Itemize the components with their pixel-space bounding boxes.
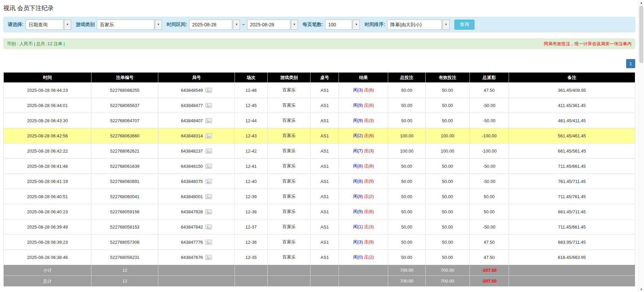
date-from-field[interactable]: 2025-08-28 bbox=[189, 20, 232, 30]
cell-total-bet[interactable]: 50.00 bbox=[388, 204, 425, 219]
column-header: 场次 bbox=[235, 73, 267, 83]
page-size-select[interactable]: 100 ▼ bbox=[325, 20, 360, 30]
image-preview-icon[interactable] bbox=[205, 209, 212, 214]
image-preview-icon[interactable] bbox=[205, 88, 212, 93]
sort-order-select[interactable]: 降幂(由大到小) ▼ bbox=[387, 20, 450, 30]
betting-records-table: 时间注单编号局号场次游戏类别桌号结果总投注有效投注总派彩备注 2025-08-2… bbox=[3, 72, 635, 287]
cell-valid-bet: 50.00 bbox=[425, 174, 469, 189]
player-result: 闲(8) bbox=[353, 163, 363, 168]
cell-remark: 761.45/711.45 bbox=[509, 174, 635, 189]
cell-payout: -50.00 bbox=[469, 159, 509, 174]
page-button[interactable]: 1 bbox=[626, 59, 635, 68]
page-size-value[interactable]: 100 bbox=[325, 20, 352, 30]
cell-round-id: 643848237 bbox=[158, 143, 235, 159]
cell-game-type: 百家乐 bbox=[268, 189, 311, 204]
caret-down-icon[interactable]: ▼ bbox=[233, 20, 240, 30]
cell-payout: 47.50 bbox=[469, 235, 509, 250]
image-preview-icon[interactable] bbox=[205, 118, 212, 123]
banker-result: 庄(2) bbox=[364, 255, 374, 260]
sort-order-value[interactable]: 降幂(由大到小) bbox=[387, 20, 442, 30]
image-preview-icon[interactable] bbox=[205, 149, 212, 154]
game-type-value[interactable]: 百家乐 bbox=[97, 20, 154, 30]
summary-empty bbox=[235, 265, 267, 276]
vertical-scrollbar[interactable]: ▲ ▼ bbox=[638, 0, 644, 292]
scroll-down-arrow-icon[interactable]: ▼ bbox=[639, 287, 644, 292]
player-result: 闲(9) bbox=[353, 103, 363, 108]
table-row: 2025-08-28 06:41:48522768061639643848150… bbox=[4, 159, 635, 174]
cell-table-no: AS1 bbox=[311, 235, 339, 250]
cell-table-no: AS1 bbox=[311, 174, 339, 189]
cell-round-id: 643848549 bbox=[158, 83, 235, 98]
caret-down-icon[interactable]: ▼ bbox=[442, 20, 450, 30]
cell-round-id: 643848314 bbox=[158, 128, 235, 143]
round-number: 643847928 bbox=[181, 209, 203, 214]
valid-bet-note: 同局有效投注，统一计算在该局第一张注单内 bbox=[544, 41, 632, 47]
cell-valid-bet: 50.00 bbox=[425, 204, 469, 219]
round-number: 643848314 bbox=[181, 133, 203, 138]
cell-time: 2025-08-28 06:43:30 bbox=[4, 113, 91, 128]
image-preview-icon[interactable] bbox=[205, 194, 212, 199]
image-preview-icon[interactable] bbox=[205, 255, 212, 260]
caret-down-icon[interactable]: ▼ bbox=[64, 20, 71, 30]
date-from-picker[interactable]: 2025-08-28 ▼ bbox=[189, 20, 240, 30]
table-row: 2025-08-28 06:39:23522768057306643847776… bbox=[4, 235, 635, 250]
image-preview-icon[interactable] bbox=[205, 179, 212, 184]
column-header: 有效投注 bbox=[425, 73, 469, 83]
table-row: 2025-08-28 06:42:22522768062621643848237… bbox=[4, 143, 635, 159]
image-preview-icon[interactable] bbox=[205, 224, 212, 230]
cell-session: 12-38 bbox=[235, 204, 267, 219]
cell-total-bet[interactable]: 50.00 bbox=[388, 250, 425, 265]
cell-total-bet[interactable]: 50.00 bbox=[388, 219, 425, 235]
summary-empty bbox=[268, 265, 311, 276]
cell-total-bet[interactable]: 50.00 bbox=[388, 189, 425, 204]
scroll-up-arrow-icon[interactable]: ▲ bbox=[639, 0, 644, 5]
search-button[interactable]: 查询 bbox=[454, 20, 475, 30]
table-row: 2025-08-28 06:44:23522768066255643848549… bbox=[4, 83, 635, 98]
cell-total-bet[interactable]: 50.00 bbox=[388, 174, 425, 189]
caret-down-icon[interactable]: ▼ bbox=[353, 20, 360, 30]
cell-total-bet[interactable]: 50.00 bbox=[388, 159, 425, 174]
summary-empty bbox=[311, 276, 339, 287]
scrollbar-thumb[interactable] bbox=[639, 6, 643, 63]
round-number: 643848477 bbox=[181, 103, 203, 108]
banker-result: 庄(3) bbox=[364, 118, 374, 123]
cell-bet-id: 522768066255 bbox=[91, 83, 158, 98]
cell-payout: -50.00 bbox=[469, 174, 509, 189]
game-type-select[interactable]: 百家乐 ▼ bbox=[97, 20, 162, 30]
currency-total-summary: 币别 : 人民币 | 总共 :12 注单 | bbox=[7, 41, 65, 47]
cell-game-type: 百家乐 bbox=[268, 219, 311, 235]
date-to-picker[interactable]: 2025-08-28 ▼ bbox=[247, 20, 298, 30]
page-title: 视讯 会员下注纪录 bbox=[3, 4, 635, 12]
player-result: 闲(7) bbox=[353, 148, 363, 153]
date-to-field[interactable]: 2025-08-28 bbox=[247, 20, 290, 30]
cell-time: 2025-08-28 06:42:22 bbox=[4, 143, 91, 159]
cell-table-no: AS1 bbox=[311, 159, 339, 174]
cell-valid-bet: 50.00 bbox=[425, 189, 469, 204]
image-preview-icon[interactable] bbox=[205, 133, 212, 138]
cell-total-bet[interactable]: 50.00 bbox=[388, 83, 425, 98]
cell-total-bet[interactable]: 50.00 bbox=[388, 98, 425, 113]
image-preview-icon[interactable] bbox=[205, 103, 212, 108]
image-preview-icon[interactable] bbox=[205, 240, 212, 245]
table-row: 2025-08-28 06:39:49522768058153643847842… bbox=[4, 219, 635, 235]
caret-down-icon[interactable]: ▼ bbox=[155, 20, 162, 30]
cell-round-id: 643848407 bbox=[158, 113, 235, 128]
image-preview-icon[interactable] bbox=[205, 164, 212, 169]
summary-label: 小计 bbox=[4, 265, 91, 276]
cell-total-bet[interactable]: 100.00 bbox=[388, 128, 425, 143]
cell-result: 闲(9) 庄(2) bbox=[339, 189, 388, 204]
caret-glyph: ▼ bbox=[157, 23, 160, 26]
cell-total-bet[interactable]: 100.00 bbox=[388, 143, 425, 159]
query-type-select[interactable]: 日期查询 ▼ bbox=[26, 20, 71, 30]
cell-result: 闲(3) 庄(6) bbox=[339, 83, 388, 98]
cell-total-bet[interactable]: 50.00 bbox=[388, 235, 425, 250]
query-type-value[interactable]: 日期查询 bbox=[26, 20, 63, 30]
cell-session: 12-35 bbox=[235, 250, 267, 265]
cell-session: 12-45 bbox=[235, 98, 267, 113]
cell-total-bet[interactable]: 50.00 bbox=[388, 113, 425, 128]
banker-result: 庄(2) bbox=[364, 194, 374, 199]
cell-time: 2025-08-28 06:39:49 bbox=[4, 219, 91, 235]
cell-session: 12-42 bbox=[235, 143, 267, 159]
cell-round-id: 643848001 bbox=[158, 189, 235, 204]
caret-down-icon[interactable]: ▼ bbox=[291, 20, 298, 30]
